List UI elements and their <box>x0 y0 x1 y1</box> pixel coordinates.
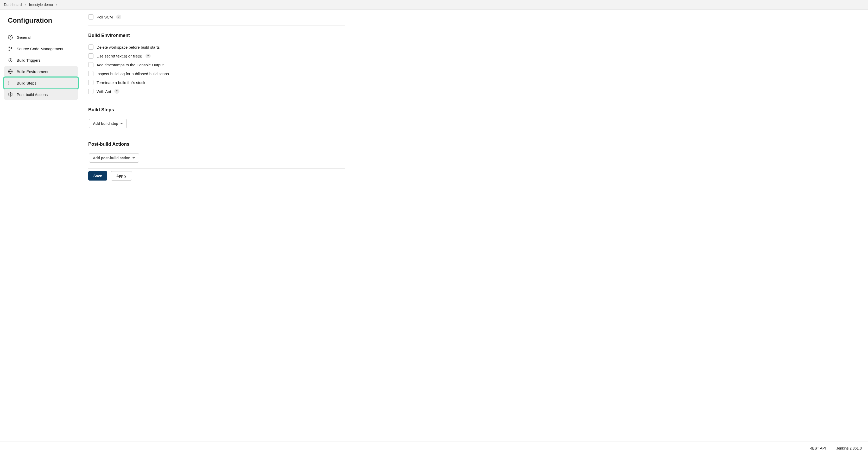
help-icon[interactable]: ? <box>146 54 151 58</box>
checkbox-label: With Ant <box>97 89 111 94</box>
jenkins-version-link[interactable]: Jenkins 2.361.3 <box>836 446 862 450</box>
svg-point-7 <box>8 83 9 83</box>
sidebar-item-scm[interactable]: Source Code Management <box>4 43 78 54</box>
checkbox-row-terminate-stuck: Terminate a build if it's stuck <box>88 80 345 85</box>
svg-point-2 <box>8 50 9 51</box>
divider <box>88 100 345 100</box>
rest-api-link[interactable]: REST API <box>809 446 826 450</box>
add-post-build-action-button[interactable]: Add post-build action <box>89 153 139 163</box>
package-icon <box>8 92 13 97</box>
divider <box>88 25 345 26</box>
svg-point-1 <box>8 47 9 47</box>
breadcrumb: Dashboard › freestyle demo › <box>0 0 868 10</box>
chevron-right-icon: › <box>56 3 57 6</box>
sidebar-item-label: Source Code Management <box>17 46 63 51</box>
globe-icon <box>8 69 13 74</box>
sidebar-item-label: General <box>17 35 30 39</box>
sidebar: Configuration General Source Code Manage… <box>0 10 82 441</box>
checkbox-label: Terminate a build if it's stuck <box>97 80 145 85</box>
gear-icon <box>8 35 13 40</box>
section-heading-build-steps: Build Steps <box>88 107 345 112</box>
caret-down-icon <box>132 157 135 159</box>
button-label: Add build step <box>93 122 118 126</box>
checkbox-row-inspect-log: Inspect build log for published build sc… <box>88 71 345 76</box>
breadcrumb-dashboard[interactable]: Dashboard <box>4 3 22 7</box>
clock-icon <box>8 58 13 63</box>
sidebar-item-post-build[interactable]: Post-build Actions <box>4 89 78 100</box>
sidebar-item-label: Build Steps <box>17 81 36 85</box>
divider <box>88 168 345 169</box>
save-button[interactable]: Save <box>88 171 107 181</box>
checkbox-label: Add timestamps to the Console Output <box>97 63 164 67</box>
sidebar-item-label: Build Environment <box>17 69 49 74</box>
apply-button[interactable]: Apply <box>111 171 132 181</box>
checkbox-terminate-stuck[interactable] <box>88 80 93 85</box>
help-icon[interactable]: ? <box>116 14 121 19</box>
checkbox-inspect-log[interactable] <box>88 71 93 76</box>
checkbox-timestamps[interactable] <box>88 62 93 67</box>
page-title: Configuration <box>8 17 78 25</box>
svg-point-6 <box>8 82 9 82</box>
footer: REST API Jenkins 2.361.3 <box>0 441 868 455</box>
checkbox-row-timestamps: Add timestamps to the Console Output <box>88 62 345 67</box>
section-heading-post-build: Post-build Actions <box>88 141 345 147</box>
checkbox-label: Delete workspace before build starts <box>97 45 160 50</box>
sidebar-item-build-steps[interactable]: Build Steps <box>4 77 78 89</box>
checkbox-label: Use secret text(s) or file(s) <box>97 54 143 58</box>
help-icon[interactable]: ? <box>114 89 120 94</box>
caret-down-icon <box>120 123 123 124</box>
divider <box>88 134 345 134</box>
checkbox-secret-text[interactable] <box>88 53 93 59</box>
checkbox-poll-scm[interactable] <box>88 14 93 20</box>
chevron-right-icon: › <box>25 3 26 6</box>
sidebar-item-build-triggers[interactable]: Build Triggers <box>4 55 78 66</box>
svg-point-3 <box>11 47 12 48</box>
sidebar-item-label: Build Triggers <box>17 58 40 62</box>
button-label: Add post-build action <box>93 156 130 160</box>
checkbox-delete-workspace[interactable] <box>88 44 93 50</box>
checkbox-with-ant[interactable] <box>88 89 93 94</box>
action-button-row: Save Apply <box>88 171 345 181</box>
checkbox-row-poll-scm: Poll SCM ? <box>88 14 345 20</box>
checkbox-row-with-ant: With Ant ? <box>88 89 345 94</box>
svg-point-0 <box>10 37 11 38</box>
list-icon <box>8 80 13 86</box>
checkbox-row-secret-text: Use secret text(s) or file(s) ? <box>88 53 345 59</box>
sidebar-item-build-environment[interactable]: Build Environment <box>4 66 78 77</box>
sidebar-item-general[interactable]: General <box>4 32 78 43</box>
checkbox-label: Poll SCM <box>97 15 113 19</box>
svg-point-8 <box>8 84 9 84</box>
sidebar-item-label: Post-build Actions <box>17 92 48 97</box>
section-heading-build-environment: Build Environment <box>88 33 345 38</box>
checkbox-label: Inspect build log for published build sc… <box>97 71 169 76</box>
checkbox-row-delete-workspace: Delete workspace before build starts <box>88 44 345 50</box>
add-build-step-button[interactable]: Add build step <box>89 119 127 128</box>
branch-icon <box>8 46 13 51</box>
breadcrumb-job[interactable]: freestyle demo <box>29 3 53 7</box>
main-content: Poll SCM ? Build Environment Delete work… <box>82 10 355 441</box>
